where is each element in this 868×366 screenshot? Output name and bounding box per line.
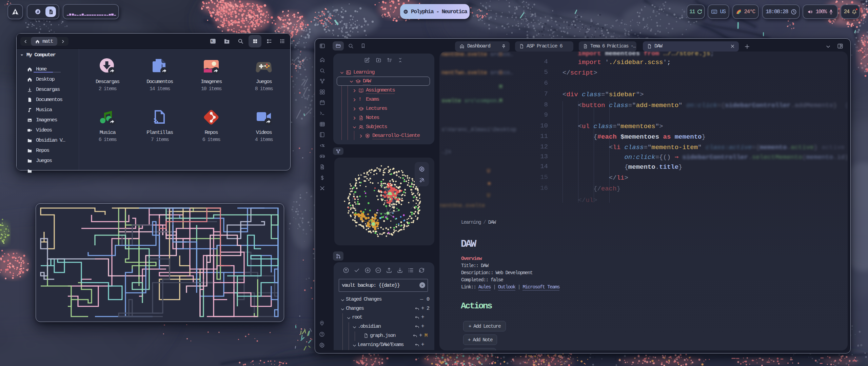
svg-text:$_: $_ <box>211 40 215 43</box>
